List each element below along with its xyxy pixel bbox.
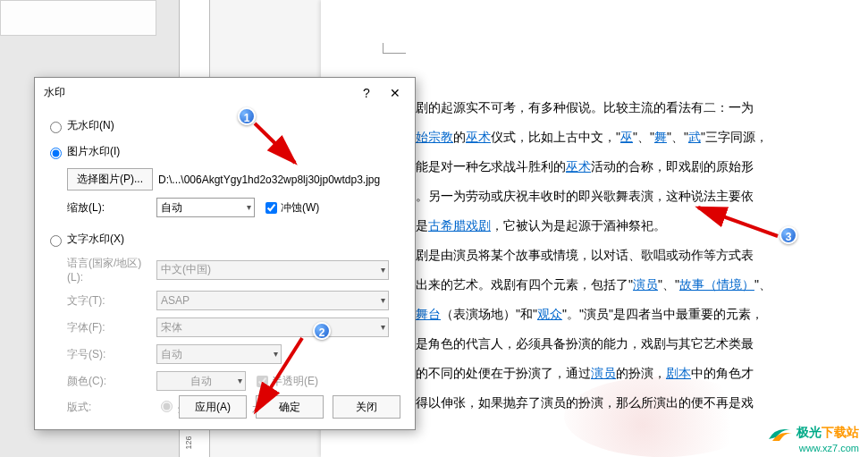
watermark-dialog: 水印 ? ✕ 无水印(N) 图片水印(I) 选择图片(P)... D:\...\… [34,77,416,430]
semitransparent-wrap: 半透明(E) [253,373,318,390]
help-button[interactable]: ? [352,82,381,104]
link[interactable]: 观众 [537,307,562,321]
text-line: 剧的起源实不可考，有多种假说。比较主流的看法有二：一为 [416,93,782,123]
chevron-down-icon: ▾ [247,202,251,212]
text-line: 。另一为劳动或庆祝丰收时的即兴歌舞表演，这种说法主要依 [416,182,782,211]
font-row: 字体(F): 宋体▾ [46,314,404,341]
link[interactable]: 巫 [620,130,633,144]
text-select: ASAP▾ [156,291,389,310]
scale-label: 缩放(L): [67,200,156,216]
text-watermark-label: 文字水印(X) [67,232,124,247]
text-line: 的不同的处便在于扮演了，通过演员的扮演，剧本中的角色才 [416,359,782,388]
link[interactable]: 武 [688,130,701,144]
dialog-titlebar[interactable]: 水印 ? ✕ [35,78,415,107]
chevron-down-icon: ▾ [238,376,242,385]
annotation-badge-1: 1 [238,107,256,125]
washout-label: 冲蚀(W) [281,200,319,216]
text-line: 剧是由演员将某个故事或情境，以对话、歌唱或动作等方式表 [416,241,782,270]
font-select: 宋体▾ [156,317,389,337]
chevron-down-icon: ▾ [274,349,278,359]
picture-watermark-radio-row: 图片水印(I) [46,139,404,165]
text-line: 得以伸张，如果抛弃了演员的扮演，那么所演出的便不再是戏 [416,388,782,418]
choose-picture-row: 选择图片(P)... D:\...\006AkgtYgy1hd2o32wp8lj… [46,165,404,194]
logo-icon [767,425,794,443]
language-row: 语言(国家/地区)(L): 中文(中国)▾ [46,252,404,287]
text-line: 始宗教的巫术仪式，比如上古中文，"巫"、"舞"、"武"三字同源， [416,123,782,152]
no-watermark-label: 无水印(N) [67,118,114,133]
text-line: 出来的艺术。戏剧有四个元素，包括了"演员"、"故事（情境）"、 [416,270,782,300]
brand-url: www.xz7.com [799,443,859,453]
link[interactable]: 演员 [591,366,616,380]
color-select: 自动▾ [156,371,246,391]
document-body-text[interactable]: 剧的起源实不可考，有多种假说。比较主流的看法有二：一为 始宗教的巫术仪式，比如上… [416,93,782,418]
text-line: 是古希腊戏剧，它被认为是起源于酒神祭祀。 [416,211,782,241]
close-dialog-button[interactable]: 关闭 [333,395,400,419]
text-watermark-radio-row: 文字水印(X) [46,226,404,252]
no-watermark-radio[interactable] [50,122,62,133]
picture-watermark-label: 图片水印(I) [67,144,120,159]
link[interactable]: 演员 [633,277,658,292]
annotation-badge-2: 2 [313,322,331,340]
text-line: 能是对一种乞求战斗胜利的巫术活动的合称，即戏剧的原始形 [416,152,782,182]
language-select: 中文(中国)▾ [156,260,389,280]
link[interactable]: 舞 [654,130,667,144]
scale-row: 缩放(L): 自动▾ 冲蚀(W) [46,194,404,221]
link[interactable]: 始宗教 [416,130,453,144]
link[interactable]: 古希腊戏剧 [428,218,491,233]
link[interactable]: 舞台 [416,307,441,321]
site-watermark: 极光下载站 www.xz7.com [767,425,859,453]
dialog-title-text: 水印 [44,85,65,100]
text-watermark-radio[interactable] [50,235,62,247]
toolbar-fragment [0,0,156,36]
link[interactable]: 剧本 [666,366,691,380]
chevron-down-icon: ▾ [381,265,385,275]
link[interactable]: 巫术 [466,130,491,144]
brand-text: 极光下载站 [796,425,859,439]
scale-select[interactable]: 自动▾ [156,198,255,217]
text-line: 是角色的代言人，必须具备扮演的能力，戏剧与其它艺术类最 [416,329,782,359]
link[interactable]: 故事（情境） [679,277,754,292]
text-row: 文字(T): ASAP▾ [46,287,404,314]
picture-path: D:\...\006AkgtYgy1hd2o32wp8lj30jp0wtdp3.… [158,173,380,186]
dialog-footer: 应用(A) 确定 关闭 [35,395,415,419]
size-select: 自动▾ [156,344,282,364]
washout-checkbox[interactable] [265,202,277,214]
ruler-tick: 126 [184,436,193,449]
ok-button[interactable]: 确定 [256,395,324,419]
no-watermark-radio-row: 无水印(N) [46,113,404,139]
link[interactable]: 巫术 [566,159,591,173]
choose-picture-button[interactable]: 选择图片(P)... [67,168,153,190]
color-row: 颜色(C): 自动▾ 半透明(E) [46,368,404,394]
apply-button[interactable]: 应用(A) [179,395,247,419]
chevron-down-icon: ▾ [381,322,385,332]
size-row: 字号(S): 自动▾ [46,341,404,368]
washout-checkbox-wrap[interactable]: 冲蚀(W) [262,199,319,216]
close-button[interactable]: ✕ [381,82,409,104]
text-line: 舞台（表演场地）"和"观众"。"演员"是四者当中最重要的元素， [416,300,782,329]
chevron-down-icon: ▾ [381,295,385,305]
page-margin-corner-tl [383,43,406,54]
semitransparent-checkbox [257,376,268,387]
semitransparent-label: 半透明(E) [272,374,318,389]
annotation-badge-3: 3 [780,226,797,244]
picture-watermark-radio[interactable] [50,148,62,159]
